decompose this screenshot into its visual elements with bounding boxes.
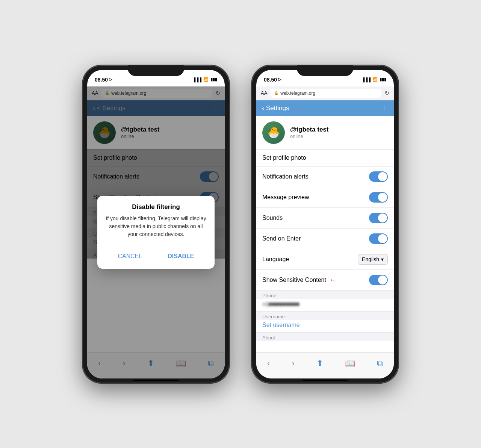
phone-right: 08.50 ▷ ▐▐▐ 📶 ▮▮▮ AA 🔒 web.telegram.org — [252, 65, 398, 383]
notification-alerts-right[interactable]: Notification alerts — [256, 166, 394, 187]
signal-icon-left: ▐▐▐ — [193, 77, 201, 82]
location-icon-right: ▷ — [278, 77, 281, 82]
home-indicator-left — [133, 380, 178, 381]
sounds-toggle-right[interactable] — [369, 213, 388, 223]
disable-button[interactable]: DISABLE — [162, 251, 200, 261]
profile-section-right: 🐣 @tgbeta test online — [256, 116, 394, 150]
nav-share-right[interactable]: ⬆ — [316, 359, 323, 368]
refresh-btn-right[interactable]: ↻ — [384, 89, 389, 97]
dialog-message: If you disable filtering, Telegram will … — [105, 215, 207, 238]
nav-tabs-right[interactable]: ⧉ — [377, 359, 383, 368]
nav-back-right[interactable]: ‹ — [267, 359, 270, 368]
language-select-right[interactable]: English ▾ — [358, 254, 388, 265]
status-right: online — [290, 133, 329, 139]
wifi-icon-right: 📶 — [372, 77, 378, 82]
username-label-right: Username — [256, 312, 394, 320]
show-sensitive-right[interactable]: Show Sensitive Content ← — [256, 270, 394, 291]
battery-icon-right: ▮▮▮ — [380, 77, 386, 82]
message-preview-toggle-right[interactable] — [369, 192, 388, 203]
disable-filtering-dialog: Disable filtering If you disable filteri… — [97, 196, 214, 269]
language-right[interactable]: Language English ▾ — [256, 249, 394, 270]
settings-title-right: Settings — [266, 104, 289, 112]
dialog-title: Disable filtering — [105, 203, 207, 211]
nav-forward-right[interactable]: › — [292, 359, 294, 368]
sensitive-toggle-right[interactable] — [369, 275, 388, 285]
language-dropdown-right[interactable]: English ▾ — [358, 254, 388, 265]
phone-left: 08.50 ▷ ▐▐▐ 📶 ▮▮▮ AA 🔒 web.telegram.org — [83, 65, 229, 383]
home-indicator-right — [303, 380, 348, 381]
settings-list-right: Set profile photo Notification alerts Me… — [256, 150, 394, 341]
location-icon-left: ▷ — [109, 77, 112, 82]
phone-value-right: +1■■■■■■■■■ — [256, 299, 394, 312]
signal-icon-right: ▐▐▐ — [362, 77, 371, 82]
lock-icon-right: 🔒 — [274, 91, 278, 95]
dialog-overlay: Disable filtering If you disable filteri… — [87, 86, 225, 378]
chevron-down-icon: ▾ — [381, 256, 384, 262]
username-value-right[interactable]: Set username — [256, 320, 394, 333]
browser-aa-right[interactable]: AA — [261, 90, 267, 96]
phone-label-right: Phone — [256, 291, 394, 299]
message-preview-right[interactable]: Message preview — [256, 187, 394, 208]
notch-left — [128, 65, 184, 76]
bottom-nav-right: ‹ › ⬆ 📖 ⧉ — [256, 352, 394, 378]
status-icons-left: ▐▐▐ 📶 ▮▮▮ — [193, 77, 217, 82]
avatar-right: 🐣 — [262, 121, 285, 144]
more-dots-right[interactable]: ⋮ — [381, 104, 388, 112]
red-arrow-indicator: ← — [329, 275, 337, 284]
set-profile-photo-right[interactable]: Set profile photo — [256, 150, 394, 166]
notch-right — [297, 65, 353, 76]
browser-url-box-right[interactable]: 🔒 web.telegram.org — [270, 89, 381, 98]
nav-bookmarks-right[interactable]: 📖 — [345, 359, 355, 368]
notification-toggle-right[interactable] — [369, 171, 388, 182]
username-right: @tgbeta test — [290, 126, 329, 133]
status-icons-right: ▐▐▐ 📶 ▮▮▮ — [362, 77, 386, 82]
send-on-enter-toggle-right[interactable] — [369, 233, 388, 244]
browser-url-right: web.telegram.org — [280, 91, 315, 96]
send-on-enter-right[interactable]: Send on Enter — [256, 229, 394, 249]
cancel-button[interactable]: CANCEL — [112, 251, 148, 261]
time-left: 08.50 ▷ — [95, 77, 112, 83]
scrollable-content-right: 🐣 @tgbeta test online Set profile photo … — [256, 116, 394, 378]
time-right: 08.50 ▷ — [264, 77, 281, 83]
about-label-right: About — [256, 333, 394, 341]
sounds-right[interactable]: Sounds — [256, 208, 394, 229]
browser-bar-right: AA 🔒 web.telegram.org ↻ — [256, 86, 394, 100]
settings-header-right: ‹ Settings ⋮ — [256, 100, 394, 116]
dialog-buttons: CANCEL DISABLE — [105, 246, 207, 261]
back-arrow-right[interactable]: ‹ — [262, 104, 264, 112]
battery-icon-left: ▮▮▮ — [210, 77, 217, 82]
wifi-icon-left: 📶 — [203, 77, 209, 82]
